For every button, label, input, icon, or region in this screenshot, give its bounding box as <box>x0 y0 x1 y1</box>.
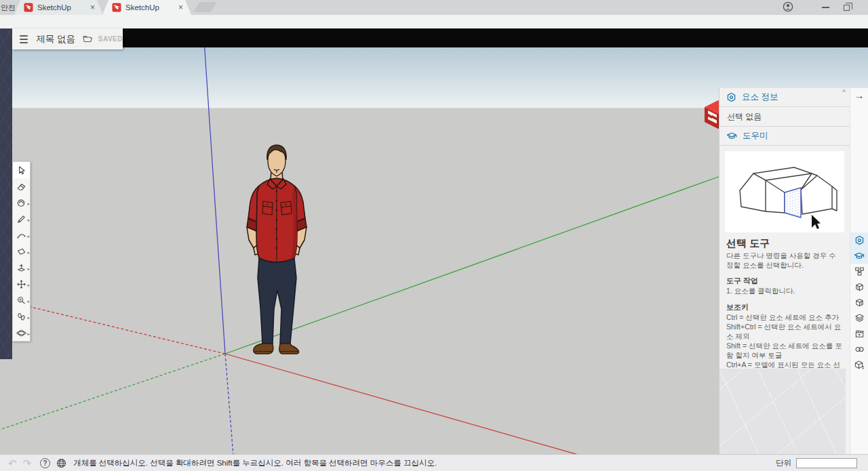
collapse-panel-icon[interactable]: → <box>850 89 868 101</box>
cursor-icon <box>812 215 821 229</box>
menu-icon[interactable] <box>20 35 28 43</box>
materials-rail-button[interactable] <box>850 279 868 295</box>
tab-title: SketchUp <box>125 3 178 12</box>
tool-palette: ▸ ▸ ▸ ▸ ▸ ▸ ▸ ▸ <box>12 161 31 342</box>
browser-tab-1[interactable]: SketchUp × <box>14 0 103 15</box>
tool-expand-icon[interactable]: ▸ <box>27 201 30 206</box>
tool-expand-icon[interactable]: ▸ <box>27 315 30 320</box>
styles-rail-button[interactable] <box>850 295 868 310</box>
minimize-icon <box>822 7 829 8</box>
scroll-up-icon[interactable]: ^ <box>842 89 846 96</box>
open-folder-icon[interactable] <box>83 34 93 44</box>
tool-description: 다른 도구나 명령을 사용할 경우 수정할 요소를 선택합니다. <box>726 251 843 270</box>
address-bar: 안전함 | https://app.sketchup.com/app?hl=ko… <box>0 15 868 28</box>
tool-heading: 선택 도구 <box>726 237 843 250</box>
walk-tool-button[interactable]: ▸ <box>13 308 30 325</box>
minimize-button[interactable] <box>822 7 829 8</box>
selection-status: 선택 없음 <box>719 107 850 127</box>
modifier-row: Shift = 선택한 요소 세트에 요소를 포함 할지 여부 토글 <box>726 341 843 360</box>
paint-tool-button[interactable]: ▸ <box>13 194 30 211</box>
modifier-row: Shift+Ctrl = 선택한 요소 세트에서 요소 제외 <box>726 322 843 341</box>
tab-title: SketchUp <box>37 3 90 12</box>
browser-tab-2[interactable]: SketchUp × <box>102 0 191 15</box>
panel-rail: → <box>850 88 868 454</box>
new-tab-button[interactable] <box>194 2 217 12</box>
tool-expand-icon[interactable]: ▸ <box>27 331 30 336</box>
units-label: 단위 <box>776 458 791 468</box>
tab-strip: 안전 SketchUp × SketchUp × <box>0 0 868 15</box>
orbit-tool-button[interactable]: ▸ <box>13 325 30 341</box>
operation-step: 1. 요소를 클릭합니다. <box>726 286 843 295</box>
layers-rail-button[interactable] <box>850 310 868 326</box>
tool-expand-icon[interactable]: ▸ <box>27 218 30 222</box>
push-pull-tool-button[interactable]: ▸ <box>13 260 30 276</box>
modifier-title: 보조키 <box>726 302 843 312</box>
house-diagram <box>725 151 845 232</box>
side-panel: 요소 정보 ^ 선택 없음 도우미 <box>719 88 850 454</box>
language-globe-icon[interactable] <box>56 458 66 468</box>
undo-icon[interactable]: ↶ <box>8 458 17 468</box>
sketchup-favicon <box>24 3 33 12</box>
entity-info-title: 요소 정보 <box>742 91 778 103</box>
soften-edges-rail-button[interactable] <box>850 342 868 357</box>
line-tool-button[interactable]: ▸ <box>13 211 30 227</box>
instructor-title: 도우미 <box>743 130 768 142</box>
tool-expand-icon[interactable]: ▸ <box>27 283 30 287</box>
entity-info-icon <box>726 92 736 102</box>
tool-expand-icon[interactable]: ▸ <box>27 234 30 239</box>
clipped-tab-label: 안전 <box>1 3 16 13</box>
restore-button[interactable] <box>844 5 850 11</box>
saved-status: SAVED <box>98 35 123 43</box>
collapsed-side-strip <box>0 28 12 359</box>
move-tool-button[interactable]: ▸ <box>13 276 30 292</box>
status-message: 개체를 선택하십시오. 선택을 확대하려면 Shift를 누르십시오. 여러 항… <box>73 458 437 468</box>
instructor-header[interactable]: 도우미 <box>719 127 850 146</box>
tool-expand-icon[interactable]: ▸ <box>27 299 30 304</box>
browser-window: 안전 SketchUp × SketchUp × 안전함 | https://a… <box>0 0 868 471</box>
restore-icon <box>844 5 850 11</box>
entity-info-rail-button[interactable] <box>850 232 868 248</box>
modifier-row: Ctrl = 선택한 요소 세트에 요소 추가 <box>726 312 843 322</box>
entity-info-header[interactable]: 요소 정보 ^ <box>719 88 850 107</box>
redo-icon[interactable]: ↷ <box>23 458 32 468</box>
tool-expand-icon[interactable]: ▸ <box>27 250 30 255</box>
instructor-illustration <box>725 151 844 232</box>
document-title: 제목 없음 <box>36 33 75 45</box>
panel-background-pattern <box>719 369 846 454</box>
tool-expand-icon[interactable]: ▸ <box>27 266 30 271</box>
help-icon[interactable]: ? <box>40 458 50 468</box>
sketchup-favicon <box>112 3 121 12</box>
model-info-rail-button[interactable] <box>850 357 868 373</box>
scale-figure-person[interactable] <box>237 137 315 362</box>
instructor-icon <box>726 131 737 141</box>
tape-measure-tool-button[interactable]: ▸ <box>13 292 30 308</box>
status-bar: ↶ ↷ ? 개체를 선택하십시오. 선택을 확대하려면 Shift를 누르십시오… <box>0 454 868 471</box>
select-tool-button[interactable] <box>13 162 30 178</box>
units-input[interactable] <box>796 458 857 468</box>
tab-close-icon[interactable]: × <box>178 3 183 12</box>
tab-close-icon[interactable]: × <box>90 3 95 12</box>
viewport-letterbox <box>12 28 868 47</box>
rectangle-tool-button[interactable]: ▸ <box>13 243 30 260</box>
eraser-tool-button[interactable] <box>13 178 30 194</box>
profile-icon[interactable] <box>783 1 793 12</box>
app-toolbar: 제목 없음 SAVED <box>12 28 123 49</box>
operations-title: 도구 작업 <box>726 276 843 286</box>
instructor-rail-button[interactable] <box>850 248 868 264</box>
arc-tool-button[interactable]: ▸ <box>13 227 30 243</box>
scenes-rail-button[interactable] <box>850 326 868 342</box>
components-rail-button[interactable] <box>850 264 868 279</box>
